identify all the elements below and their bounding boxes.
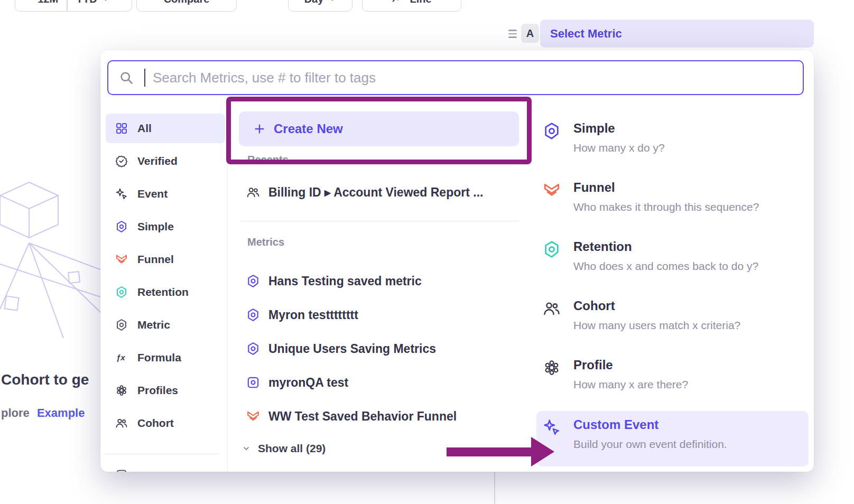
range-ytd-button[interactable]: YTD [68, 0, 118, 11]
sidebar-label: Retention [137, 286, 189, 298]
type-custom-event[interactable]: Custom Event Build your own event defini… [536, 411, 809, 466]
category-sidebar: All Verified Event Simple Funnel Retenti… [100, 107, 228, 472]
type-description: Who makes it through this sequence? [573, 201, 809, 213]
people-icon [543, 300, 561, 318]
hexagon-purple-icon [543, 122, 561, 140]
hexagon-gray-icon [115, 319, 128, 331]
metric-item-label: Unique Users Saving Metrics [268, 342, 436, 356]
range-ytd-label: YTD [76, 0, 97, 5]
funnel-orange-icon [115, 253, 128, 266]
range-12m-button[interactable]: 12M [29, 0, 67, 11]
sidebar-item-verified[interactable]: Verified [106, 146, 225, 176]
funnel-orange-icon [543, 181, 561, 199]
metric-item[interactable]: Hans Testing saved metric [239, 266, 519, 296]
metric-item-label: WW Test Saved Behavior Funnel [268, 409, 457, 424]
screen: 12M YTD Compare Day Line A Select Metric… [0, 0, 854, 504]
metric-item-label: Myron testttttttt [268, 308, 358, 322]
metrics-header: Metrics [247, 236, 284, 248]
sidebar-label: Profiles [137, 384, 178, 397]
type-title: Simple [573, 121, 809, 136]
day-label: Day [304, 0, 324, 5]
annotation-arrow [447, 447, 532, 456]
recent-item[interactable]: Billing ID ▸ Account Viewed Report ... [239, 177, 519, 208]
sidebar-label: All [137, 122, 152, 135]
chevron-down-icon [102, 0, 109, 2]
select-metric-field[interactable]: Select Metric [540, 20, 814, 48]
sidebar-item-profiles[interactable]: Profiles [106, 376, 225, 405]
line-label: Line [410, 0, 431, 5]
hexagon-teal-icon [115, 286, 128, 298]
metric-picker-modal: All Verified Event Simple Funnel Retenti… [100, 50, 814, 472]
granularity-day-button[interactable]: Day [288, 0, 352, 12]
people-icon [115, 417, 128, 430]
type-title: Retention [573, 239, 809, 254]
metric-item-label: myronQA test [268, 376, 348, 390]
create-new-button[interactable]: Create New [239, 111, 519, 146]
sidebar-item-retention[interactable]: Retention [106, 277, 225, 307]
recents-header: Recents [247, 154, 289, 166]
sidebar-item-event[interactable]: Event [106, 179, 225, 209]
select-metric-label: Select Metric [550, 27, 622, 41]
grid-icon [115, 122, 128, 135]
profiles-flower-icon [115, 384, 128, 397]
hexagon-purple-icon [246, 274, 260, 288]
type-description: How many users match x criteria? [573, 319, 809, 332]
funnel-orange-icon [246, 409, 260, 423]
event-spark-icon [115, 188, 128, 200]
drag-handle-icon[interactable] [508, 30, 517, 40]
type-funnel[interactable]: Funnel Who makes it through this sequenc… [536, 180, 809, 213]
people-icon [246, 185, 260, 199]
metric-item-label: Hans Testing saved metric [268, 274, 422, 288]
chevron-down-icon [329, 0, 336, 2]
example-link[interactable]: Example [37, 406, 85, 419]
type-simple[interactable]: Simple How many x do y? [536, 121, 809, 154]
search-box[interactable] [107, 60, 804, 95]
background-link-row: plore Example [1, 406, 103, 420]
compare-label: Compare [164, 0, 210, 5]
type-profile[interactable]: Profile How many x are there? [536, 358, 809, 391]
sidebar-item-cohort[interactable]: Cohort [106, 408, 225, 438]
plus-icon [254, 123, 265, 135]
metric-item[interactable]: Myron testttttttt [239, 300, 519, 330]
divider [240, 221, 519, 221]
date-range-control: 12M YTD [15, 0, 132, 12]
background-headline: Cohort to ge [1, 371, 103, 388]
type-cohort[interactable]: Cohort How many users match x criteria? [536, 298, 809, 332]
sidebar-item-metric[interactable]: Metric [106, 310, 225, 340]
compare-button[interactable]: Compare [136, 0, 237, 12]
type-description: How many x do y? [573, 142, 809, 154]
sidebar-item-simple[interactable]: Simple [106, 212, 225, 241]
sidebar-item-funnel[interactable]: Funnel [106, 245, 225, 274]
hexagon-purple-icon [246, 308, 260, 322]
divider [105, 454, 219, 454]
chevron-down-icon [242, 444, 250, 453]
pane-divider [494, 472, 495, 504]
type-description: Who does x and comes back to do y? [573, 260, 809, 273]
metric-item[interactable]: myronQA test [239, 368, 519, 397]
metric-item[interactable]: Unique Users Saving Metrics [239, 334, 519, 363]
chart-type-line-button[interactable]: Line [362, 0, 461, 12]
sidebar-label: Verified [137, 155, 178, 167]
type-description: Build your own event definition. [573, 438, 809, 451]
link-prefix-text: plore [1, 406, 30, 419]
type-title: Cohort [573, 298, 809, 313]
sidebar-item-partial[interactable] [106, 460, 225, 472]
type-description: How many x are there? [573, 378, 809, 391]
show-all-button[interactable]: Show all (29) [242, 437, 326, 460]
search-input[interactable] [152, 70, 803, 86]
range-12m-label: 12M [38, 0, 58, 5]
hexagon-purple-icon [246, 342, 260, 356]
svg-text:ƒx: ƒx [116, 353, 125, 362]
hexagon-purple-icon [115, 220, 128, 233]
verified-badge-icon [115, 155, 128, 167]
metric-item[interactable]: WW Test Saved Behavior Funnel [239, 402, 519, 431]
sidebar-label: Funnel [137, 253, 174, 266]
profiles-flower-icon [543, 359, 561, 377]
type-retention[interactable]: Retention Who does x and comes back to d… [536, 239, 809, 273]
series-letter-badge[interactable]: A [521, 24, 539, 43]
sidebar-item-all[interactable]: All [106, 114, 225, 143]
sidebar-label: Metric [137, 319, 170, 331]
hexagon-teal-icon [543, 240, 561, 258]
sidebar-label: Simple [137, 220, 174, 233]
sidebar-item-formula[interactable]: ƒx Formula [106, 343, 225, 372]
